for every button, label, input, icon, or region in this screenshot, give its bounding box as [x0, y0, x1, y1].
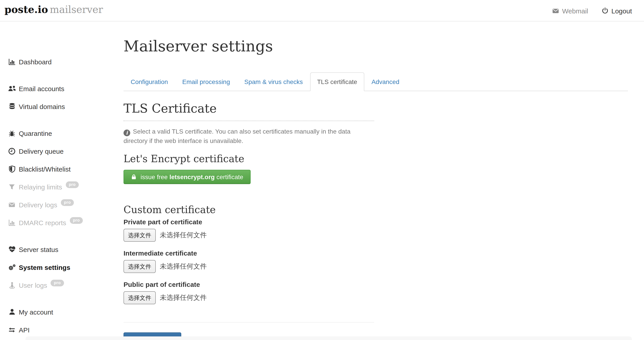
choose-file-button[interactable]: 选择文件 [124, 228, 156, 241]
tab-link-tls-certificate[interactable]: TLS certificate [310, 72, 364, 91]
tls-certificate-panel: TLS Certificate iSelect a valid TLS cert… [124, 101, 374, 340]
tab-email-processing: Email processing [175, 72, 237, 91]
sidebar-group: My accountAPI [7, 303, 119, 339]
sidebar-item-api[interactable]: API [7, 321, 119, 339]
pro-badge: pro [66, 181, 79, 188]
sidebar-group: QuarantineDelivery queueBlacklist/Whitel… [7, 124, 119, 231]
sidebar-item-label: DMARC reports [19, 219, 66, 226]
users-icon [7, 84, 16, 92]
certificate-field: Public part of certificate选择文件未选择任何文件 [124, 281, 374, 304]
info-icon: i [124, 130, 130, 136]
webmail-label: Webmail [562, 7, 588, 14]
file-empty-text: 未选择任何文件 [160, 262, 207, 271]
sidebar-item-system-settings[interactable]: System settings [7, 258, 119, 276]
sidebar-item-relaying-limits[interactable]: Relaying limitspro [7, 178, 119, 196]
certificate-field: Private part of certificate选择文件未选择任何文件 [124, 218, 374, 242]
brand-logo[interactable]: poste.iomailserver [4, 3, 103, 16]
envelope-icon [7, 201, 16, 208]
app-root: poste.iomailserver Webmail Logout Dashbo… [0, 0, 644, 340]
tab-link-configuration[interactable]: Configuration [124, 72, 175, 91]
sidebar-item-label: System settings [19, 263, 70, 271]
tab-tls-certificate: TLS certificate [310, 72, 364, 91]
sidebar-item-label: User logs [19, 281, 47, 289]
logout-label: Logout [611, 7, 632, 14]
letsencrypt-domain: letsencrypt.org [170, 173, 214, 180]
sidebar-item-blacklist-whitelist[interactable]: Blacklist/Whitelist [7, 160, 119, 178]
power-icon [602, 7, 609, 14]
sidebar-item-server-status[interactable]: Server status [7, 240, 119, 258]
sidebar-item-label: Virtual domains [19, 103, 65, 110]
sidebar-group: Server statusSystem settingsUser logspro [7, 240, 119, 294]
pro-badge: pro [51, 279, 64, 286]
sidebar-item-label: Delivery queue [19, 147, 64, 155]
footer-well [26, 337, 632, 340]
certificate-field: Intermediate certificate选择文件未选择任何文件 [124, 249, 374, 273]
lock-icon [131, 174, 137, 180]
bug-icon [7, 129, 16, 137]
certificate-fields: Private part of certificate选择文件未选择任何文件In… [124, 218, 374, 304]
brand-suffix: mailserver [50, 4, 103, 15]
sidebar-item-dashboard[interactable]: Dashboard [7, 53, 119, 71]
sidebar-item-label: Dashboard [19, 58, 52, 65]
sidebar-item-label: Blacklist/Whitelist [19, 165, 71, 173]
file-input[interactable]: 选择文件未选择任何文件 [124, 228, 374, 242]
pro-badge: pro [61, 199, 74, 206]
sidebar-item-label: API [19, 326, 30, 334]
street-view-icon [7, 281, 16, 289]
file-input[interactable]: 选择文件未选择任何文件 [124, 260, 374, 273]
chart-bar-icon [7, 219, 16, 226]
lets-encrypt-heading: Let's Encrypt certificate [124, 153, 374, 165]
choose-file-button[interactable]: 选择文件 [124, 291, 156, 304]
user-icon [7, 308, 16, 316]
choose-file-button[interactable]: 选择文件 [124, 260, 156, 273]
main-content: Mailserver settings ConfigurationEmail p… [124, 21, 628, 340]
webmail-link[interactable]: Webmail [552, 7, 588, 14]
form-divider [124, 322, 374, 323]
exchange-icon [7, 326, 16, 333]
shield-icon [7, 165, 16, 173]
logout-link[interactable]: Logout [602, 7, 632, 14]
field-label: Public part of certificate [124, 281, 374, 288]
filter-icon [7, 183, 16, 190]
sidebar-group: Dashboard [7, 53, 119, 71]
database-icon [7, 103, 16, 110]
heartbeat-icon [7, 246, 16, 253]
tab-spam-virus-checks: Spam & virus checks [237, 72, 310, 91]
tab-configuration: Configuration [124, 72, 175, 91]
sidebar-item-delivery-queue[interactable]: Delivery queue [7, 142, 119, 160]
file-empty-text: 未选择任何文件 [160, 293, 207, 302]
issue-button-prefix: issue free [140, 173, 168, 180]
chart-bar-icon [7, 58, 16, 65]
file-input[interactable]: 选择文件未选择任何文件 [124, 291, 374, 304]
tab-link-spam-virus-checks[interactable]: Spam & virus checks [237, 72, 310, 91]
brand-name: poste.io [4, 3, 48, 15]
app-header: poste.iomailserver Webmail Logout [0, 0, 644, 21]
sidebar-group: Email accountsVirtual domains [7, 80, 119, 115]
sidebar-item-email-accounts[interactable]: Email accounts [7, 80, 119, 97]
sidebar-item-delivery-logs[interactable]: Delivery logspro [7, 196, 119, 214]
issue-button-text: issue free letsencrypt.org certificate [140, 173, 243, 180]
custom-certificate-heading: Custom certificate [124, 204, 374, 216]
sidebar-item-virtual-domains[interactable]: Virtual domains [7, 97, 119, 115]
issue-button-suffix: certificate [216, 173, 243, 180]
tab-link-email-processing[interactable]: Email processing [175, 72, 237, 91]
file-empty-text: 未选择任何文件 [160, 231, 207, 239]
sidebar-item-quarantine[interactable]: Quarantine [7, 124, 119, 142]
section-heading: TLS Certificate [124, 101, 374, 121]
sidebar-item-label: Relaying limits [19, 183, 62, 190]
sidebar-item-dmarc-reports[interactable]: DMARC reportspro [7, 214, 119, 231]
hint-text: Select a valid TLS certificate. You can … [124, 128, 350, 144]
sidebar-item-user-logs[interactable]: User logspro [7, 276, 119, 294]
tab-link-advanced[interactable]: Advanced [364, 72, 406, 91]
section-hint: iSelect a valid TLS certificate. You can… [124, 127, 374, 146]
clock-icon [7, 147, 16, 155]
issue-letsencrypt-button[interactable]: issue free letsencrypt.org certificate [124, 170, 250, 184]
field-label: Private part of certificate [124, 218, 374, 226]
sidebar-item-label: Delivery logs [19, 201, 57, 208]
settings-tabs: ConfigurationEmail processingSpam & viru… [124, 72, 628, 91]
sidebar-item-my-account[interactable]: My account [7, 303, 119, 321]
sidebar: DashboardEmail accountsVirtual domainsQu… [7, 53, 119, 340]
header-nav: Webmail Logout [552, 0, 632, 21]
page-title: Mailserver settings [124, 36, 628, 56]
tab-advanced: Advanced [364, 72, 406, 91]
